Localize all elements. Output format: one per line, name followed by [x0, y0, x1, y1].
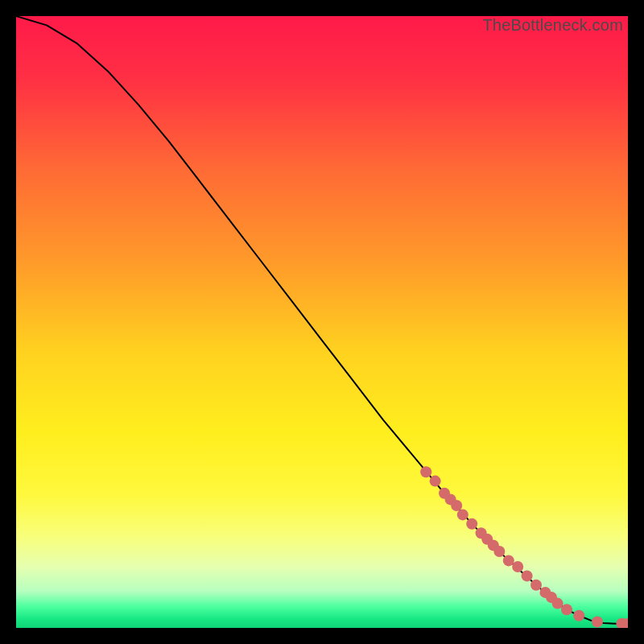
data-point [573, 610, 584, 621]
data-point [430, 476, 441, 487]
data-point [512, 561, 523, 572]
chart-background [16, 16, 628, 628]
data-point [530, 580, 542, 591]
data-point [420, 466, 431, 477]
data-point [561, 604, 572, 615]
data-point [552, 598, 564, 609]
data-point [522, 570, 533, 581]
data-point [457, 509, 469, 520]
data-point [493, 546, 505, 557]
watermark-text: TheBottleneck.com [482, 16, 623, 35]
data-point [466, 518, 477, 530]
data-point [451, 500, 462, 511]
chart-frame: TheBottleneck.com [16, 16, 628, 628]
data-point [592, 616, 603, 627]
chart-svg [16, 16, 628, 628]
data-point [503, 555, 514, 566]
